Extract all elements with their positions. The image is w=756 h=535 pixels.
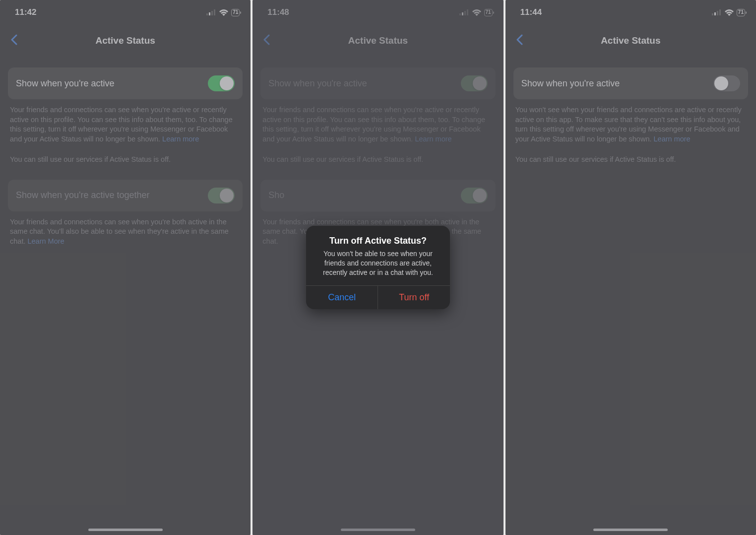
active-together-label: Show when you're active together [16, 190, 150, 201]
active-status-note: You can still use our services if Active… [260, 149, 495, 165]
cellular-icon [712, 9, 722, 15]
active-status-label: Show when you're active [521, 78, 620, 89]
screenshot-3: 11:44 71 Active Status Show when you're … [505, 0, 756, 535]
active-status-note: You can still use our services if Active… [8, 149, 243, 165]
back-button[interactable] [512, 33, 526, 47]
cellular-icon [206, 9, 216, 15]
cancel-button[interactable]: Cancel [306, 286, 378, 309]
svg-rect-2 [211, 11, 213, 15]
active-status-description: You won't see when your friends and conn… [513, 99, 748, 144]
turn-off-button[interactable]: Turn off [378, 286, 450, 309]
svg-rect-10 [717, 11, 718, 15]
status-indicators: 71 [459, 9, 493, 16]
screenshot-2: 11:48 71 Active Status Show when you're … [252, 0, 503, 535]
page-title: Active Status [95, 35, 155, 46]
battery-icon: 71 [484, 9, 493, 16]
svg-rect-9 [714, 12, 716, 15]
active-together-row[interactable]: Sho [260, 180, 495, 211]
battery-icon: 71 [231, 9, 240, 16]
learn-more-link[interactable]: Learn more [654, 135, 691, 143]
confirm-dialog: Turn off Active Status? You won't be abl… [306, 226, 450, 309]
svg-rect-8 [712, 13, 713, 15]
status-bar: 11:42 71 [0, 0, 251, 22]
svg-rect-5 [462, 12, 463, 15]
active-status-toggle[interactable] [713, 75, 740, 91]
learn-more-link[interactable]: Learn more [415, 135, 451, 143]
nav-header: Active Status [0, 29, 251, 53]
active-status-description: Your friends and connections can see whe… [260, 99, 495, 144]
dialog-message: You won't be able to see when your frien… [315, 249, 441, 277]
active-together-label: Sho [268, 190, 284, 201]
status-time: 11:48 [267, 7, 289, 17]
chevron-left-icon [516, 34, 523, 45]
wifi-icon [472, 9, 481, 16]
svg-rect-3 [214, 9, 215, 15]
svg-rect-1 [209, 12, 210, 15]
status-bar: 11:44 71 [505, 0, 756, 22]
learn-more-link-2[interactable]: Learn More [27, 237, 64, 245]
active-status-toggle[interactable] [461, 75, 488, 91]
active-status-row[interactable]: Show when you're active [8, 67, 243, 99]
svg-rect-0 [206, 13, 208, 15]
active-status-description: Your friends and connections can see whe… [8, 99, 243, 144]
svg-rect-11 [719, 9, 721, 15]
page-title: Active Status [601, 35, 660, 46]
active-status-label: Show when you're active [268, 78, 367, 89]
back-button[interactable] [7, 33, 21, 47]
active-status-row[interactable]: Show when you're active [513, 67, 748, 99]
active-together-description: Your friends and connections can see whe… [8, 211, 243, 247]
status-time: 11:42 [15, 7, 36, 17]
home-indicator[interactable] [341, 529, 415, 531]
wifi-icon [725, 9, 734, 16]
learn-more-link[interactable]: Learn more [162, 135, 199, 143]
nav-header: Active Status [505, 29, 756, 53]
active-together-toggle[interactable] [208, 188, 235, 203]
chevron-left-icon [10, 34, 17, 45]
home-indicator[interactable] [593, 529, 668, 531]
status-time: 11:44 [520, 7, 542, 17]
svg-rect-4 [459, 13, 461, 15]
home-indicator[interactable] [88, 529, 163, 531]
status-indicators: 71 [712, 9, 745, 16]
screenshot-1: 11:42 71 Active Status Show when you're … [0, 0, 251, 535]
nav-header: Active Status [252, 29, 503, 53]
page-title: Active Status [348, 35, 408, 46]
chevron-left-icon [263, 34, 270, 45]
battery-icon: 71 [737, 9, 745, 16]
active-status-note: You can still use our services if Active… [513, 149, 748, 165]
dialog-title: Turn off Active Status? [315, 236, 441, 246]
active-status-label: Show when you're active [16, 78, 115, 89]
active-status-row[interactable]: Show when you're active [260, 67, 495, 99]
active-status-toggle[interactable] [208, 75, 235, 91]
status-bar: 11:48 71 [252, 0, 503, 22]
status-indicators: 71 [206, 9, 240, 16]
svg-rect-7 [467, 9, 468, 15]
svg-rect-6 [464, 11, 466, 15]
wifi-icon [219, 9, 228, 16]
active-together-row[interactable]: Show when you're active together [8, 180, 243, 211]
active-together-toggle[interactable] [461, 188, 488, 203]
back-button[interactable] [259, 33, 273, 47]
cellular-icon [459, 9, 469, 15]
